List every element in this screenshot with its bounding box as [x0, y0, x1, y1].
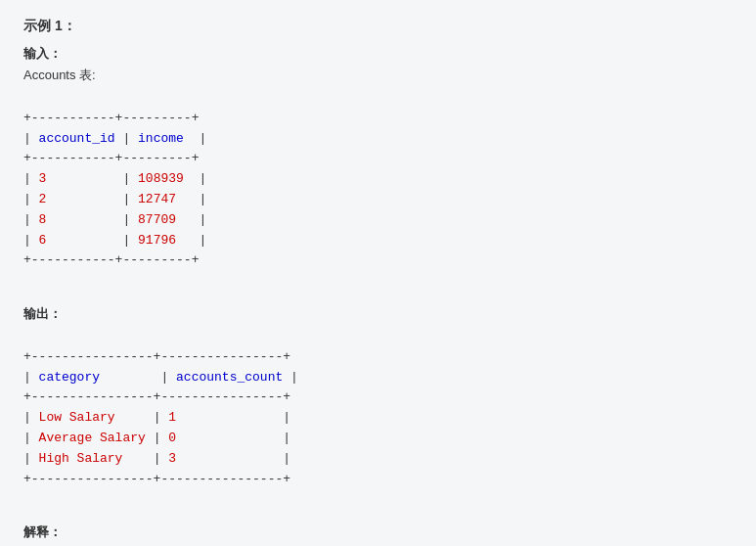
section-title: 示例 1：: [23, 18, 733, 35]
output-table: +----------------+----------------+ | ca…: [23, 327, 733, 510]
input-table: +-----------+---------+ | account_id | i…: [23, 88, 733, 292]
input-label: 输入：: [23, 45, 733, 63]
output-label: 输出：: [23, 305, 733, 323]
explanation-label: 解释：: [23, 523, 733, 541]
page-container: 示例 1： 输入： Accounts 表: +-----------+-----…: [0, 0, 756, 546]
accounts-table-label: Accounts 表:: [23, 67, 733, 84]
